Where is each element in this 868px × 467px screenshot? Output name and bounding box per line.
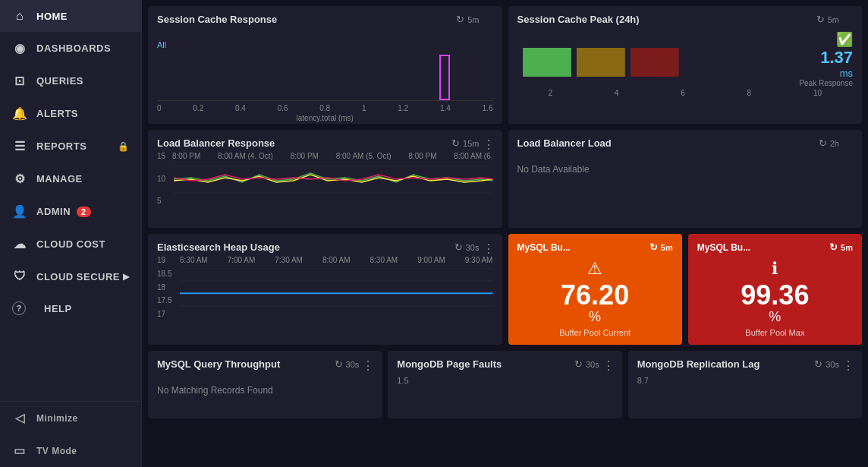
sidebar-item-alerts[interactable]: 🔔 ALERTS [0,97,141,130]
sidebar-item-manage[interactable]: ⚙ MANAGE [0,163,141,195]
admin-badge: 2 [77,207,91,217]
sidebar-label-admin: ADMIN [36,206,71,217]
mongodb-page-faults-panel: MongoDB Page Faults ↻ 30s ⋮ 1.5 [388,351,621,418]
load-balancer-response-title: Load Balancer Response [157,137,275,149]
sidebar-item-home[interactable]: ⌂ HOME [0,0,141,32]
mysql-qt-refresh: ↻ 30s [335,358,360,370]
mysql-red-percent: % [769,309,781,325]
sidebar-label-queries: QUERIES [36,75,83,87]
cloud-cost-icon: ☁ [12,237,27,251]
mongodb-rl-menu-icon[interactable]: ⋮ [842,358,854,373]
refresh-icon-scp: ↻ [816,14,825,25]
lbr-svg [174,152,493,207]
scr-x-label: latency.total (ms) [157,114,493,122]
svg-rect-1 [576,48,624,77]
mysql-qt-title: MySQL Query Throughput [157,358,280,370]
sidebar-item-cloud-secure[interactable]: 🛡 CLOUD SECURE ▶ [0,260,141,292]
ehu-refresh: ↻ 30s [454,241,480,253]
refresh-icon-qt: ↻ [335,358,343,370]
mysql-red-header: MySQL Bu... ↻ 5m [697,241,853,253]
reports-icon: ☰ [12,139,27,153]
scp-bars [517,40,787,78]
refresh-icon-mysql-o: ↻ [649,241,658,253]
sidebar-label-minimize: Minimize [36,413,78,424]
expand-arrow-icon: ▶ [123,272,130,282]
session-cache-response-chart: All 0 0.2 0.4 0.6 0.8 1 1.2 1.4 1.6 late… [157,40,493,116]
load-balancer-load-title: Load Balancer Load [517,137,612,149]
home-icon: ⌂ [12,9,27,23]
sidebar-label-cloud-cost: CLOUD COST [36,238,105,250]
sidebar-label-cloud-secure: CLOUD SECURE [36,271,120,282]
svg-rect-2 [630,48,678,77]
mongodb-rl-title: MongoDB Replication Lag [637,358,760,370]
refresh-icon-rl: ↻ [814,358,822,370]
sidebar-label-alerts: ALERTS [36,108,78,119]
alerts-icon: 🔔 [12,106,27,121]
mysql-panels-container: MySQL Bu... ↻ 5m ⚠ 76.20 % Buffer Pool C… [508,234,863,345]
scr-bar-area [157,40,493,101]
minimize-icon: ◁ [12,411,27,425]
minimize-button[interactable]: ◁ Minimize [0,402,141,434]
sidebar-label-help: HELP [44,303,72,314]
mysql-orange-header: MySQL Bu... ↻ 5m [517,241,673,253]
elasticsearch-heap-panel: Elasticsearch Heap Usage ↻ 30s ⋮ 19 18.5… [148,234,502,345]
refresh-icon-lbl: ↻ [819,137,827,149]
sidebar-item-reports[interactable]: ☰ REPORTS 🔒 [0,130,141,163]
scr-bar [439,55,450,100]
refresh-icon-ehu: ↻ [454,241,463,253]
sidebar-item-cloud-cost[interactable]: ☁ CLOUD COST [0,228,141,260]
ehu-y-axis: 19 18.5 18 17.5 17 [157,256,178,318]
mysql-qt-no-data: No Matching Records Found [157,370,373,411]
mysql-orange-title: MySQL Bu... [517,242,571,253]
mongodb-pf-title: MongoDB Page Faults [397,358,502,370]
lbr-menu-icon[interactable]: ⋮ [483,137,495,152]
scr-x-axis: 0 0.2 0.4 0.6 0.8 1 1.2 1.4 1.6 [157,104,493,112]
help-icon: ? [12,301,26,315]
mysql-orange-subtitle: Buffer Pool Current [559,328,631,337]
mysql-red-refresh: ↻ 5m [829,241,853,253]
scp-check-icon: ✅ [836,31,853,48]
sidebar-label-tv-mode: TV Mode [36,446,77,456]
lbr-lines [174,152,493,207]
sidebar-item-queries[interactable]: ⊡ QUERIES [0,65,141,97]
ehu-svg-area [180,256,493,318]
mysql-orange-refresh: ↻ 5m [649,241,673,253]
session-cache-peak-chart: ✅ 1.37 ms Peak Response [517,31,854,87]
sidebar-item-admin[interactable]: 👤 ADMIN 2 [0,195,141,228]
sidebar-item-dashboards[interactable]: ◉ DASHBOARDS [0,32,141,65]
mongodb-pf-refresh: ↻ 30s [574,358,599,370]
ehu-svg [180,256,493,318]
sidebar-label-home: HOME [36,11,68,22]
ehu-chart: 19 18.5 18 17.5 17 6:30 AM 7:00 AM [157,256,493,332]
load-balancer-response-panel: Load Balancer Response ↻ 15m ⋮ 15 10 5 [148,130,502,228]
refresh-icon-lbr: ↻ [451,137,460,149]
ehu-title: Elasticsearch Heap Usage [157,241,280,253]
scp-peak-label: Peak Response [799,79,853,87]
mysql-buffer-red-panel: MySQL Bu... ↻ 5m ℹ 99.36 % Buffer Pool M… [688,234,862,345]
lbr-y-axis: 15 10 5 [157,152,172,205]
mysql-red-value: 99.36 [741,282,809,309]
lbl-no-data: No Data Available [517,149,854,190]
mysql-red-info-icon: ℹ [772,259,778,279]
mongodb-rl-yvalue: 8.7 [637,370,853,385]
mysql-red-title: MySQL Bu... [697,242,750,253]
lbr-chart: 15 10 5 8:00 PM 8:00 AM [157,152,493,220]
session-cache-response-panel: Session Cache Response ↻ 5m All 0 0.2 0.… [148,6,502,124]
refresh-icon: ↻ [456,14,464,25]
load-balancer-load-panel: Load Balancer Load ↻ 2h No Data Availabl… [508,130,863,228]
mongodb-pf-menu-icon[interactable]: ⋮ [602,358,615,373]
svg-rect-0 [523,48,571,77]
sidebar-item-help[interactable]: ? HELP [0,292,141,324]
ehu-menu-icon[interactable]: ⋮ [483,241,495,256]
refresh-icon-pf: ↻ [574,358,583,370]
mysql-qt-menu-icon[interactable]: ⋮ [362,358,374,373]
queries-icon: ⊡ [12,74,27,88]
scp-value-area: ✅ 1.37 ms Peak Response [792,31,853,87]
dashboards-icon: ◉ [12,41,27,55]
lbr-refresh: ↻ 15m [451,137,479,149]
scp-ms-value: 1.37 [820,48,853,68]
tv-mode-button[interactable]: ▭ TV Mode [0,434,141,467]
bottom-panels-row: MySQL Query Throughput ↻ 30s ⋮ No Matchi… [148,351,862,418]
mongodb-replication-lag-panel: MongoDB Replication Lag ↻ 30s ⋮ 8.7 [628,351,862,418]
sidebar-label-manage: MANAGE [36,173,83,185]
